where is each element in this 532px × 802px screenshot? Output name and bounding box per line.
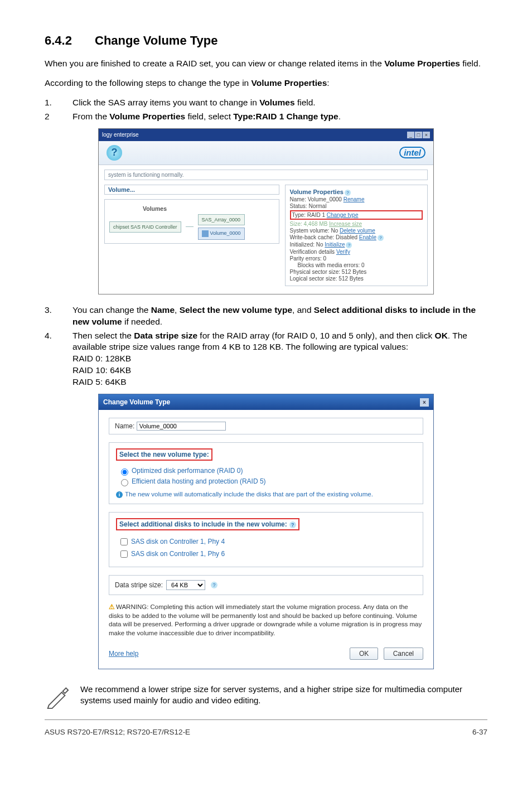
screenshot-change-volume-dialog: Change Volume Type × Name: Select the ne…: [98, 394, 434, 669]
enable-link[interactable]: Enable: [359, 234, 376, 240]
footer-product: ASUS RS720-E7/RS12; RS720-E7/RS12-E: [45, 728, 190, 736]
step-2: From the Volume Properties field, select…: [45, 111, 487, 123]
volumes-panel: Volumes chipset SAS RAID Controller SAS_…: [104, 199, 279, 244]
media-errors: Blocks with media errors: 0: [298, 262, 423, 268]
intro-para-2: According to the following steps to chan…: [45, 78, 487, 89]
volume-tab[interactable]: Volume...: [104, 185, 279, 195]
additional-disks-group: Select additional disks to include in th…: [109, 512, 423, 567]
status-value: Status: Normal: [290, 203, 423, 209]
close-icon[interactable]: ×: [420, 398, 429, 407]
help-icon[interactable]: ?: [345, 190, 351, 196]
intro-para-1: When you are finished to create a RAID s…: [45, 58, 487, 70]
step-3: You can change the Name, Select the new …: [45, 305, 487, 328]
help-icon[interactable]: ?: [289, 521, 296, 528]
footer-page-number: 6-37: [472, 728, 487, 736]
rename-link[interactable]: Rename: [344, 196, 365, 202]
raid0-option[interactable]: Optimized disk performance (RAID 0): [118, 467, 416, 476]
step-1: Click the SAS array items you want to ch…: [45, 97, 487, 109]
close-icon[interactable]: ×: [423, 132, 430, 138]
help-icon[interactable]: ?: [346, 242, 352, 248]
sas-array-node[interactable]: SAS_Array_0000: [198, 214, 245, 225]
disk-phy4-option[interactable]: SAS disk on Controller 1, Phy 4: [118, 537, 416, 547]
ok-button[interactable]: OK: [350, 648, 378, 660]
system-status: system is functioning normally.: [104, 170, 428, 180]
help-icon[interactable]: ?: [378, 235, 384, 241]
window-title: logy enterprise: [102, 132, 139, 138]
dialog-titlebar: Change Volume Type ×: [99, 394, 433, 410]
volume-type-heading: Select the new volume type:: [116, 448, 212, 461]
section-title-text: Change Volume Type: [95, 33, 217, 47]
warning-message: ⚠WARNING: Completing this action will im…: [109, 603, 423, 637]
volume-properties-heading: Volume Properties: [290, 189, 344, 195]
page-footer: ASUS RS720-E7/RS12; RS720-E7/RS12-E 6-37: [45, 728, 487, 736]
controller-node[interactable]: chipset SAS RAID Controller: [109, 221, 181, 233]
initialize-link[interactable]: Initialize: [325, 241, 345, 248]
note-text: We recommend a lower stripe size for ser…: [80, 684, 487, 707]
volume-name-input[interactable]: [137, 422, 226, 431]
app-banner: ? intel: [99, 141, 433, 165]
parity-errors: Parity errors: 0: [290, 255, 423, 262]
info-icon: i: [116, 491, 123, 498]
stripe-size-select[interactable]: 64 KB: [166, 580, 205, 590]
delete-volume-link[interactable]: Delete volume: [340, 228, 375, 234]
more-help-link[interactable]: More help: [109, 650, 138, 658]
name-label: Name:: [115, 422, 134, 430]
disk-phy4-checkbox[interactable]: [120, 538, 128, 545]
disk-phy6-checkbox[interactable]: [120, 550, 128, 558]
intel-logo: intel: [399, 147, 425, 158]
raid0-radio[interactable]: [121, 468, 128, 476]
step-4: Then select the Data stripe size for the…: [45, 330, 487, 389]
section-number: 6.4.2: [45, 33, 95, 48]
window-titlebar: logy enterprise _□×: [99, 129, 433, 141]
volume-node[interactable]: Volume_0000: [198, 228, 245, 240]
raid5-option[interactable]: Efficient data hosting and protection (R…: [118, 477, 416, 486]
window-buttons: _□×: [407, 132, 430, 138]
logical-sector: Logical sector size: 512 Bytes: [290, 276, 423, 282]
type-row-highlight: Type: RAID 1 Change type: [290, 210, 423, 220]
connector-line: [186, 226, 194, 227]
additional-disks-heading: Select additional disks to include in th…: [116, 518, 299, 530]
change-type-link[interactable]: Change type: [327, 212, 359, 218]
screenshot-volume-properties: logy enterprise _□× ? intel system is fu…: [98, 128, 434, 294]
volume-type-group: Select the new volume type: Optimized di…: [109, 442, 423, 504]
section-heading: 6.4.2Change Volume Type: [45, 33, 487, 48]
help-icon[interactable]: ?: [107, 145, 122, 161]
verify-link[interactable]: Verify: [336, 249, 350, 255]
note-box: We recommend a lower stripe size for ser…: [45, 679, 487, 720]
cancel-button[interactable]: Cancel: [384, 648, 423, 660]
minimize-icon[interactable]: _: [407, 132, 414, 138]
disk-phy6-option[interactable]: SAS disk on Controller 1, Phy 6: [118, 549, 416, 559]
raid5-radio[interactable]: [121, 479, 128, 486]
physical-sector: Physical sector size: 512 Bytes: [290, 269, 423, 275]
volumes-heading: Volumes: [143, 205, 274, 212]
warning-icon: ⚠: [109, 603, 115, 610]
volume-properties-panel: Volume Properties? Name: Volume_0000 Ren…: [285, 185, 428, 286]
stripe-size-group: Data stripe size: 64 KB ?: [109, 575, 423, 595]
dialog-title: Change Volume Type: [103, 398, 170, 406]
maximize-icon[interactable]: □: [415, 132, 422, 138]
note-icon: [45, 684, 70, 712]
name-field-group: Name:: [109, 418, 423, 434]
stripe-size-label: Data stripe size:: [115, 581, 163, 589]
increase-size-link[interactable]: Increase size: [329, 221, 362, 227]
disk-icon: [202, 230, 209, 237]
info-message: iThe new volume will automatically inclu…: [116, 491, 416, 498]
help-icon[interactable]: ?: [211, 582, 217, 588]
